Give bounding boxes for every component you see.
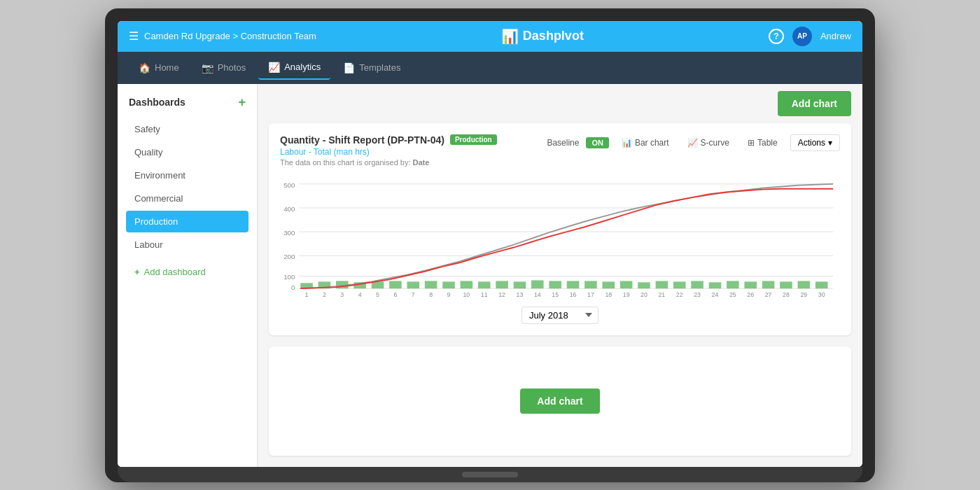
nav-item-analytics[interactable]: 📈 Analytics — [258, 56, 330, 80]
chart-header: Quantity - Shift Report (DP-PTN-04) Prod… — [280, 134, 840, 167]
add-dashboard-label: Add dashboard — [144, 267, 206, 277]
svg-text:5: 5 — [376, 290, 379, 298]
svg-text:200: 200 — [284, 253, 295, 260]
on-badge[interactable]: ON — [586, 137, 609, 148]
svg-text:9: 9 — [447, 290, 451, 298]
svg-text:30: 30 — [818, 290, 825, 298]
svg-text:23: 23 — [694, 290, 701, 298]
chart-card-1: Quantity - Shift Report (DP-PTN-04) Prod… — [269, 123, 851, 335]
sidebar-item-labour[interactable]: Labour — [126, 234, 248, 255]
svg-text:6: 6 — [393, 290, 397, 298]
table-icon: ⊞ — [748, 138, 755, 148]
add-dashboard-icon[interactable]: + — [238, 95, 246, 110]
sidebar-item-commercial[interactable]: Commercial — [126, 188, 248, 209]
sidebar-item-safety[interactable]: Safety — [126, 118, 248, 140]
svg-rect-29 — [602, 281, 615, 288]
sidebar-item-environment[interactable]: Environment — [126, 164, 248, 186]
svg-text:400: 400 — [284, 204, 295, 212]
bar-chart-label: Bar chart — [635, 138, 669, 148]
laptop-base — [118, 467, 862, 482]
s-curve-label: S-curve — [701, 138, 729, 148]
sidebar-item-quality[interactable]: Quality — [126, 141, 248, 163]
table-label: Table — [757, 138, 778, 148]
hamburger-icon[interactable]: ☰ — [129, 29, 139, 43]
bar-chart-icon: 📊 — [622, 138, 632, 148]
svg-text:500: 500 — [284, 181, 295, 188]
svg-text:27: 27 — [765, 290, 772, 298]
svg-text:300: 300 — [284, 229, 295, 237]
svg-rect-22 — [478, 281, 491, 288]
nav-item-templates[interactable]: 📄 Templates — [333, 57, 410, 79]
svg-rect-32 — [656, 281, 668, 288]
analytics-icon: 📈 — [268, 62, 280, 73]
app-title: Dashplvot — [523, 29, 584, 43]
svg-rect-23 — [496, 281, 508, 288]
svg-rect-17 — [389, 281, 402, 288]
nav-label-templates: Templates — [359, 62, 400, 73]
templates-icon: 📄 — [343, 62, 355, 74]
date-select[interactable]: July 2018 June 2018 August 2018 — [522, 307, 598, 324]
add-dashboard-button[interactable]: + Add dashboard — [126, 261, 248, 283]
screen: ☰ Camden Rd Upgrade > Construction Team … — [118, 21, 862, 467]
chart-subtitle: Labour - Total (man hrs) — [280, 147, 497, 157]
svg-rect-26 — [549, 281, 561, 288]
svg-rect-27 — [567, 281, 580, 288]
add-chart-button[interactable]: Add chart — [778, 91, 851, 116]
chart-svg-container: 500 400 300 200 100 0 — [280, 172, 840, 301]
nav-label-photos: Photos — [218, 62, 246, 73]
svg-text:26: 26 — [747, 290, 754, 298]
sidebar-item-production[interactable]: Production — [126, 211, 248, 232]
svg-text:100: 100 — [284, 273, 295, 281]
svg-text:2: 2 — [323, 290, 326, 298]
nav-item-photos[interactable]: 📷 Photos — [192, 57, 255, 79]
top-bar-left: ☰ Camden Rd Upgrade > Construction Team — [129, 29, 316, 43]
svg-rect-24 — [514, 281, 526, 288]
chart-date-selector: July 2018 June 2018 August 2018 — [280, 307, 840, 324]
svg-rect-36 — [727, 281, 739, 288]
chart-title: Quantity - Shift Report (DP-PTN-04) Prod… — [280, 134, 497, 146]
help-icon[interactable]: ? — [769, 29, 784, 44]
svg-text:14: 14 — [534, 290, 541, 298]
content-header: Add chart — [258, 84, 862, 123]
svg-text:7: 7 — [412, 290, 415, 298]
actions-button[interactable]: Actions ▾ — [790, 134, 840, 151]
nav-label-home: Home — [155, 62, 179, 73]
chart-meta: The data on this chart is organised by: … — [280, 158, 497, 167]
svg-rect-18 — [407, 281, 419, 288]
actions-chevron-icon: ▾ — [828, 138, 832, 148]
svg-text:10: 10 — [463, 290, 470, 298]
logo-icon: 📊 — [501, 28, 519, 45]
bar-chart-button[interactable]: 📊 Bar chart — [616, 135, 675, 150]
svg-rect-39 — [780, 281, 792, 288]
nav-item-home[interactable]: 🏠 Home — [129, 57, 189, 79]
svg-text:15: 15 — [552, 290, 559, 298]
breadcrumb: Camden Rd Upgrade > Construction Team — [144, 31, 316, 41]
table-button[interactable]: ⊞ Table — [742, 135, 783, 150]
top-bar-center: 📊 Dashplvot — [316, 28, 769, 45]
top-bar: ☰ Camden Rd Upgrade > Construction Team … — [118, 21, 862, 52]
baseline-label: Baseline — [547, 138, 579, 148]
svg-text:16: 16 — [570, 290, 577, 298]
production-badge: Production — [450, 134, 497, 145]
svg-rect-35 — [709, 282, 722, 288]
svg-text:24: 24 — [712, 290, 719, 298]
sidebar: Dashboards + Safety Quality Environment … — [118, 84, 258, 467]
svg-rect-34 — [691, 281, 704, 288]
content-area: Add chart Quantity - Shift Report (DP-PT… — [258, 84, 862, 467]
svg-text:18: 18 — [605, 290, 612, 298]
s-curve-icon: 📈 — [687, 138, 698, 148]
chart-svg: 500 400 300 200 100 0 — [280, 172, 840, 298]
add-chart-center-button[interactable]: Add chart — [520, 388, 599, 414]
svg-text:29: 29 — [800, 290, 807, 298]
s-curve-button[interactable]: 📈 S-curve — [682, 135, 735, 150]
svg-text:8: 8 — [429, 290, 433, 298]
chart-controls: Baseline ON 📊 Bar chart 📈 S-curve — [547, 134, 840, 151]
username: Andrew — [820, 31, 851, 41]
svg-text:13: 13 — [517, 290, 524, 298]
svg-text:3: 3 — [340, 290, 344, 298]
svg-rect-33 — [673, 281, 686, 288]
main-layout: Dashboards + Safety Quality Environment … — [118, 84, 862, 467]
svg-rect-20 — [442, 281, 455, 288]
svg-rect-28 — [584, 281, 597, 288]
svg-text:4: 4 — [358, 290, 362, 298]
